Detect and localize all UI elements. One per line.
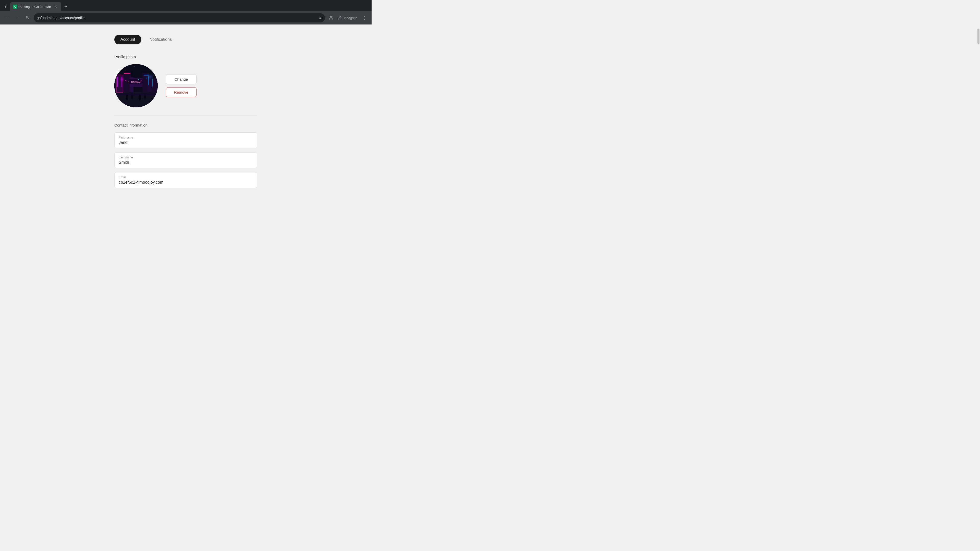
profile-button[interactable]: [327, 14, 335, 22]
incognito-button[interactable]: Incognito: [336, 14, 360, 21]
settings-container: Account Notifications Profile photo: [109, 35, 262, 188]
svg-point-34: [118, 68, 118, 68]
back-button[interactable]: ←: [3, 14, 11, 22]
remove-photo-button[interactable]: Remove: [166, 87, 197, 97]
svg-rect-19: [148, 76, 148, 85]
reload-button[interactable]: ↻: [24, 14, 32, 22]
first-name-field[interactable]: First name Jane: [115, 132, 257, 148]
contact-section: Contact information First name Jane Last…: [115, 123, 257, 188]
new-tab-button[interactable]: +: [62, 3, 69, 10]
menu-button[interactable]: ⋮: [360, 14, 369, 22]
url-text: gofundme.com/account/profile: [37, 16, 316, 20]
first-name-label: First name: [119, 136, 253, 139]
active-tab[interactable]: G Settings - GoFundMe ✕: [10, 2, 61, 11]
profile-photo-section: Profile photo: [115, 55, 257, 107]
bookmark-button[interactable]: ★: [318, 16, 322, 21]
svg-rect-32: [124, 73, 130, 74]
photo-actions: Change Remove: [166, 74, 197, 97]
nav-bar: ← → ↻ gofundme.com/account/profile ★: [0, 11, 372, 24]
svg-rect-20: [152, 79, 153, 86]
profile-photo-title: Profile photo: [115, 55, 257, 59]
svg-point-27: [125, 80, 126, 81]
tab-favicon: G: [13, 5, 18, 9]
incognito-label: Incognito: [344, 16, 357, 20]
svg-point-36: [154, 69, 154, 69]
svg-rect-17: [118, 77, 118, 87]
tab-switcher-button[interactable]: ▼: [2, 3, 9, 10]
svg-point-29: [138, 79, 139, 80]
settings-tabs: Account Notifications: [115, 35, 257, 44]
email-label: Email: [119, 176, 253, 179]
first-name-value: Jane: [119, 140, 253, 145]
tab-account[interactable]: Account: [115, 35, 142, 44]
email-value: cb2ef6c2@moodjoy.com: [119, 180, 253, 185]
tab-bar: ▼ G Settings - GoFundMe ✕ +: [0, 0, 372, 11]
forward-button[interactable]: →: [13, 14, 21, 22]
svg-point-37: [126, 70, 126, 70]
svg-rect-33: [144, 75, 149, 76]
profile-photo-row: CITYWALK: [115, 64, 257, 107]
svg-point-31: [146, 78, 147, 79]
svg-text:CITYWALK: CITYWALK: [130, 81, 142, 83]
last-name-field[interactable]: Last name Smith: [115, 152, 257, 168]
svg-point-28: [128, 82, 129, 83]
section-divider: [115, 116, 257, 116]
tab-notifications[interactable]: Notifications: [143, 35, 178, 44]
svg-point-16: [145, 72, 155, 82]
browser-chrome: ▼ G Settings - GoFundMe ✕ + ← → ↻ gofund…: [0, 0, 372, 24]
tab-title: Settings - GoFundMe: [19, 5, 52, 9]
avatar: CITYWALK: [115, 64, 158, 107]
last-name-value: Smith: [119, 160, 253, 165]
svg-rect-18: [121, 77, 122, 87]
contact-info-title: Contact information: [115, 123, 257, 127]
svg-rect-26: [115, 94, 158, 95]
page-content: Account Notifications Profile photo: [0, 24, 372, 203]
svg-point-30: [141, 80, 142, 81]
change-photo-button[interactable]: Change: [166, 74, 197, 84]
last-name-label: Last name: [119, 156, 253, 159]
svg-point-0: [330, 16, 332, 18]
email-field[interactable]: Email cb2ef6c2@moodjoy.com: [115, 172, 257, 188]
svg-point-35: [135, 66, 135, 67]
nav-actions: Incognito ⋮: [327, 14, 369, 22]
address-bar[interactable]: gofundme.com/account/profile ★: [34, 13, 325, 22]
tab-close-button[interactable]: ✕: [54, 4, 58, 9]
